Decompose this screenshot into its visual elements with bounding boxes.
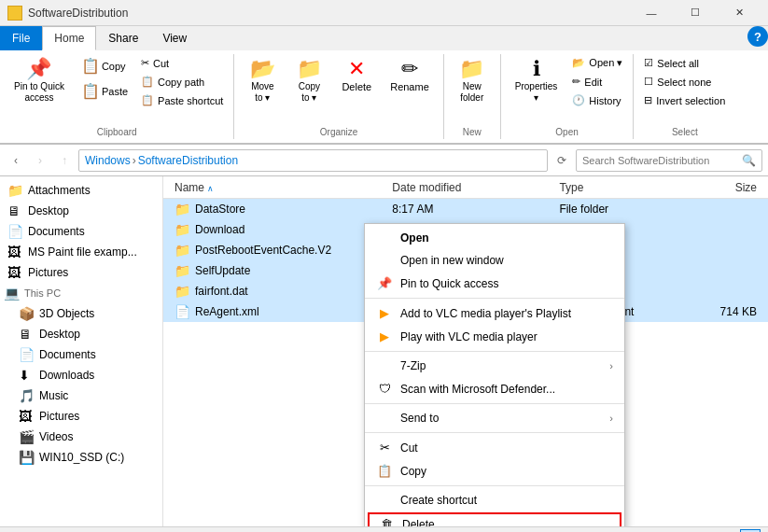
open-icon: 📂	[572, 57, 585, 69]
ctx-7zip[interactable]: 7-Zip ›	[365, 355, 624, 377]
delete-button[interactable]: ✕ Delete	[333, 54, 380, 97]
properties-button[interactable]: ℹ Properties▾	[507, 54, 566, 108]
music-icon: 🎵	[19, 388, 35, 403]
history-button[interactable]: 🕐 History	[567, 91, 627, 109]
view-large-button[interactable]: ⊞	[740, 529, 761, 533]
ctx-open-new-window[interactable]: Open in new window	[365, 249, 624, 272]
help-button[interactable]: ?	[747, 26, 768, 47]
address-path[interactable]: Windows › SoftwareDistribution	[78, 149, 548, 172]
pictures-icon: 🖼	[7, 265, 24, 280]
ctx-vlc-play[interactable]: ▶ Play with VLC media player	[365, 325, 624, 348]
file-list-header: Name ∧ Date modified Type Size	[163, 176, 768, 199]
breadcrumb-windows[interactable]: Windows	[85, 154, 131, 167]
ctx-cut[interactable]: ✂ Cut	[365, 436, 624, 459]
pictures-icon: 🖼	[19, 409, 35, 424]
minimize-button[interactable]: —	[630, 0, 673, 26]
sidebar-item-desktop[interactable]: 🖥 Desktop	[0, 324, 162, 344]
ribbon-content: 📌 Pin to Quickaccess 📋 Copy 📋 Paste	[0, 50, 768, 144]
sidebar-item-thispc-label: This PC	[24, 287, 155, 299]
file-name: SelfUpdate	[195, 264, 250, 277]
file-row[interactable]: 📁DataStore 8:17 AM File folder	[163, 199, 768, 219]
sidebar-item-label: WIN10_SSD (C:)	[39, 451, 155, 464]
ctx-send-to[interactable]: Send to ›	[365, 407, 624, 429]
sidebar-item-3dobjects[interactable]: 📦 3D Objects	[0, 303, 162, 324]
sidebar-item-thispc[interactable]: 💻 This PC	[0, 283, 162, 303]
ctx-create-shortcut[interactable]: Create shortcut	[365, 489, 624, 511]
desktop-icon: 🖥	[7, 203, 24, 218]
edit-button[interactable]: ✏ Edit	[567, 73, 627, 91]
refresh-button[interactable]: ⟳	[552, 150, 572, 171]
ribbon-group-organize: 📂 Moveto ▾ 📁 Copyto ▾ ✕ Delete ✏ Rename …	[234, 54, 443, 139]
select-none-button[interactable]: ☐ Select none	[639, 73, 730, 91]
paste-shortcut-button[interactable]: 📋 Paste shortcut	[136, 91, 228, 109]
rename-button[interactable]: ✏ Rename	[382, 54, 438, 97]
sidebar-item-desktop-fav[interactable]: 🖥 Desktop	[0, 201, 162, 221]
sidebar-item-label: Downloads	[39, 369, 155, 382]
sidebar-item-pictures[interactable]: 🖼 Pictures	[0, 406, 162, 427]
clipboard-label: Clipboard	[0, 127, 233, 137]
col-header-type[interactable]: Type	[552, 181, 668, 194]
sidebar-item-mspaint[interactable]: 🖼 MS Paint file examp...	[0, 242, 162, 262]
new-folder-button[interactable]: 📁 Newfolder	[450, 54, 495, 108]
ctx-defender[interactable]: 🛡 Scan with Microsoft Defender...	[365, 377, 624, 400]
ctx-delete[interactable]: 🗑 Delete	[368, 512, 621, 526]
breadcrumb-softwaredistribution[interactable]: SoftwareDistribution	[138, 154, 238, 167]
sidebar-item-pictures-fav[interactable]: 🖼 Pictures	[0, 262, 162, 283]
sidebar-item-music[interactable]: 🎵 Music	[0, 385, 162, 406]
invert-selection-button[interactable]: ⊟ Invert selection	[639, 91, 730, 109]
sidebar: 📁 Attachments 🖥 Desktop 📄 Documents 🖼 MS…	[0, 176, 163, 526]
col-header-size[interactable]: Size	[668, 181, 764, 194]
ribbon-group-select: ☑ Select all ☐ Select none ⊟ Invert sele…	[634, 54, 735, 139]
ctx-vlc-playlist[interactable]: ▶ Add to VLC media player's Playlist	[365, 301, 624, 325]
sidebar-item-downloads[interactable]: ⬇ Downloads	[0, 365, 162, 385]
col-header-date[interactable]: Date modified	[384, 181, 552, 194]
copy-button[interactable]: 📋 Copy	[75, 54, 134, 78]
ctx-copy[interactable]: 📋 Copy	[365, 459, 624, 483]
pin-label: Pin to Quickaccess	[14, 81, 64, 104]
ctx-pin-quick-access[interactable]: 📌 Pin to Quick access	[365, 272, 624, 295]
view-details-button[interactable]: ≡	[718, 529, 738, 533]
close-button[interactable]: ✕	[718, 0, 761, 26]
col-header-name[interactable]: Name ∧	[167, 181, 384, 194]
sidebar-item-documents[interactable]: 📄 Documents	[0, 344, 162, 365]
open-btn[interactable]: 📂 Open ▾	[567, 54, 627, 72]
tab-share[interactable]: Share	[96, 26, 150, 50]
search-box[interactable]: 🔍	[576, 149, 762, 172]
maximize-button[interactable]: ☐	[674, 0, 717, 26]
up-button[interactable]: ↑	[54, 150, 75, 171]
sidebar-item-attachments[interactable]: 📁 Attachments	[0, 180, 162, 201]
ribbon: File Home Share View ? 📌 Pin to Quickacc…	[0, 26, 768, 145]
tab-view[interactable]: View	[150, 26, 199, 50]
sort-arrow: ∧	[207, 184, 214, 193]
copy-to-button[interactable]: 📁 Copyto ▾	[286, 54, 331, 108]
context-menu: Open Open in new window 📌 Pin to Quick a…	[364, 223, 625, 526]
sidebar-item-win10ssd[interactable]: 💾 WIN10_SSD (C:)	[0, 447, 162, 468]
search-input[interactable]	[582, 155, 742, 166]
cut-button[interactable]: ✂ Cut	[136, 54, 228, 72]
ctx-open[interactable]: Open	[365, 227, 624, 249]
tab-home[interactable]: Home	[42, 26, 96, 50]
ctx-sep4	[365, 432, 624, 433]
ctx-copy-label: Copy	[400, 465, 426, 478]
file-name: Download	[195, 223, 244, 236]
copy-label: Copy	[102, 61, 126, 72]
back-button[interactable]: ‹	[6, 150, 26, 171]
pin-icon: 📌	[26, 59, 51, 79]
file-icon: 📄	[175, 304, 191, 319]
copy-to-label: Copyto ▾	[299, 81, 320, 104]
ribbon-group-clipboard: 📌 Pin to Quickaccess 📋 Copy 📋 Paste	[0, 54, 234, 139]
sidebar-item-videos[interactable]: 🎬 Videos	[0, 427, 162, 447]
tab-file[interactable]: File	[0, 26, 42, 50]
ribbon-group-open: ℹ Properties▾ 📂 Open ▾ ✏ Edit 🕐 History	[501, 54, 635, 139]
copy-icon: 📋	[81, 59, 100, 74]
move-to-button[interactable]: 📂 Moveto ▾	[240, 54, 285, 108]
ribbon-group-new: 📁 Newfolder New	[444, 54, 501, 139]
forward-button[interactable]: ›	[30, 150, 50, 171]
documents-icon: 📄	[7, 224, 24, 239]
copy-path-button[interactable]: 📋 Copy path	[136, 73, 228, 91]
paste-button[interactable]: 📋 Paste	[75, 79, 134, 104]
select-all-button[interactable]: ☑ Select all	[639, 54, 730, 72]
pin-quick-access-button[interactable]: 📌 Pin to Quickaccess	[6, 54, 73, 108]
computer-icon: 💻	[4, 286, 21, 301]
sidebar-item-documents-fav[interactable]: 📄 Documents	[0, 221, 162, 242]
